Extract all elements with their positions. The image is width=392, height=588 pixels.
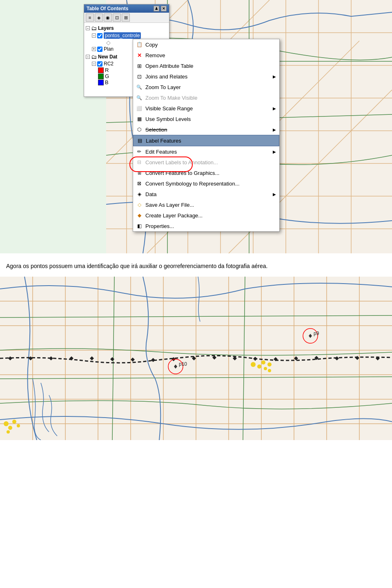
zoom-icon: 🔍 [136,83,143,91]
svg-text:p9: p9 [314,331,319,336]
rc2-expand[interactable]: − [92,62,96,66]
edit-arrow: ▶ [273,150,276,154]
svg-point-70 [268,369,271,372]
menu-item-visible-scale-range[interactable]: ⬜ Visible Scale Range ▶ [133,103,279,114]
toc-source-btn[interactable]: ◈ [95,13,103,22]
menu-item-open-attribute-table[interactable]: ⊞ Open Attribute Table [133,60,279,71]
b-color-box [98,80,104,85]
menu-item-data[interactable]: ◈ Data ▶ [133,189,279,199]
toc-vis-btn[interactable]: ◉ [104,13,112,22]
menu-item-convert-labels: ⊟ Convert Labels to Annotation... [133,157,279,168]
symbol-icon: ▦ [136,115,143,123]
text-section: Agora os pontos possuem uma identificaçã… [0,253,392,277]
layers-group-icon: 🗂 [91,25,97,31]
menu-zoom-layer-label: Zoom To Layer [145,84,276,90]
menu-item-remove[interactable]: ✕ Remove [133,50,279,60]
joins-icon: ⊡ [136,73,143,80]
menu-convert-sym-label: Convert Symbology to Representation... [145,181,276,187]
toc-list-btn[interactable]: ≡ [86,13,94,22]
svg-point-69 [267,362,272,367]
menu-label-features-label: Label Features [146,138,276,144]
svg-point-73 [12,420,16,424]
menu-package-label: Create Layer Package... [145,212,276,219]
zoom-visible-icon: 🔍 [136,94,143,101]
menu-item-joins-relates[interactable]: ⊡ Joins and Relates ▶ [133,71,279,82]
svg-point-75 [7,430,10,434]
svg-text:p10: p10 [179,361,187,367]
menu-item-convert-features-graphics[interactable]: ⊞ Convert Features to Graphics... [133,168,279,178]
rc2-checkbox[interactable] [97,61,102,67]
scale-icon: ⬜ [136,105,143,112]
convert-sym-icon: ⊠ [136,180,143,187]
r-color-box [98,67,104,73]
pontos-checkbox[interactable] [97,33,102,38]
menu-item-edit-features[interactable]: ✏ Edit Features ▶ [133,146,279,157]
menu-item-label-features[interactable]: ▤ Label Features [133,135,279,146]
menu-item-use-symbol-levels[interactable]: ▦ Use Symbol Levels [133,114,279,124]
toc-titlebar-buttons: ♟ ✕ [154,6,167,11]
menu-item-zoom-to-layer[interactable]: 🔍 Zoom To Layer [133,82,279,92]
rc2-label: RC2 [104,61,114,67]
toc-group-layers-header[interactable]: − 🗂 Layers [86,25,167,32]
top-section: Table Of Contents ♟ ✕ ≡ ◈ ◉ ⊡ ⊞ − 🗂 Laye… [0,0,392,253]
newdat-icon: 🗂 [91,54,97,60]
newdat-expand[interactable]: − [86,55,90,59]
g-color-box [98,74,104,79]
b-label: B [105,79,109,85]
data-icon: ◈ [136,190,143,198]
description-text: Agora os pontos possuem uma identificaçã… [6,262,386,271]
menu-convert-labels-label: Convert Labels to Annotation... [145,159,276,165]
plan-checkbox[interactable] [97,47,102,52]
menu-properties-label: Properties... [145,223,276,229]
menu-open-attr-label: Open Attribute Table [145,63,276,69]
menu-item-save-as-layer[interactable]: ◇ Save As Layer File... [133,199,279,210]
pontos-expand[interactable]: − [92,34,96,38]
joins-arrow: ▶ [273,74,276,79]
menu-item-convert-symbology[interactable]: ⊠ Convert Symbology to Representation... [133,178,279,189]
toc-item-pontos-controle[interactable]: − pontos_controle [86,32,167,39]
scale-arrow: ▶ [273,106,276,111]
menu-item-zoom-to-make-visible: 🔍 Zoom To Make Visible [133,92,279,103]
toc-pin-button[interactable]: ♟ [154,6,159,11]
menu-item-create-layer-package[interactable]: ◆ Create Layer Package... [133,210,279,221]
selection-icon: ⬡ [136,126,143,133]
layers-group-label: Layers [98,25,114,31]
table-icon: ⊞ [136,62,143,69]
toc-close-button[interactable]: ✕ [161,6,167,11]
plan-expand[interactable]: + [92,47,96,51]
menu-item-properties[interactable]: ◧ Properties... [133,221,279,231]
svg-point-65 [251,362,256,367]
svg-point-72 [8,426,12,430]
svg-point-68 [264,367,267,370]
menu-convert-features-label: Convert Features to Graphics... [145,170,276,176]
menu-save-layer-label: Save As Layer File... [145,202,276,208]
label-icon: ▤ [136,137,143,144]
context-menu: Copy ✕ Remove ⊞ Open Attribute Table ⊡ J… [133,39,280,232]
selection-arrow: ▶ [273,127,276,132]
plan-label: Plan [104,46,114,52]
svg-point-71 [4,421,9,426]
properties-icon: ◧ [136,222,143,230]
package-icon: ◆ [136,212,143,219]
copy-icon [136,41,143,48]
toc-sel-btn[interactable]: ⊡ [113,13,121,22]
data-arrow: ▶ [273,192,276,197]
remove-icon: ✕ [136,51,143,59]
menu-selection-label: Selection [145,127,270,133]
save-layer-icon: ◇ [136,201,143,208]
pontos-label: pontos_controle [104,32,141,39]
svg-point-66 [257,364,261,369]
toc-options-btn[interactable]: ⊞ [122,13,130,22]
menu-item-copy[interactable]: Copy [133,39,279,50]
menu-symbol-label: Use Symbol Levels [145,116,276,122]
menu-remove-label: Remove [145,52,276,58]
g-label: G [105,73,109,79]
toc-titlebar: Table Of Contents ♟ ✕ [84,4,169,13]
r-label: R [105,67,109,73]
menu-zoom-visible-label: Zoom To Make Visible [145,95,276,101]
bottom-map: p10 p9 [0,277,392,440]
toc-layers-expand[interactable]: − [86,26,90,30]
menu-item-selection[interactable]: ⬡ Selection ▶ [133,124,279,135]
svg-point-67 [261,360,265,364]
menu-copy-label: Copy [145,42,276,48]
